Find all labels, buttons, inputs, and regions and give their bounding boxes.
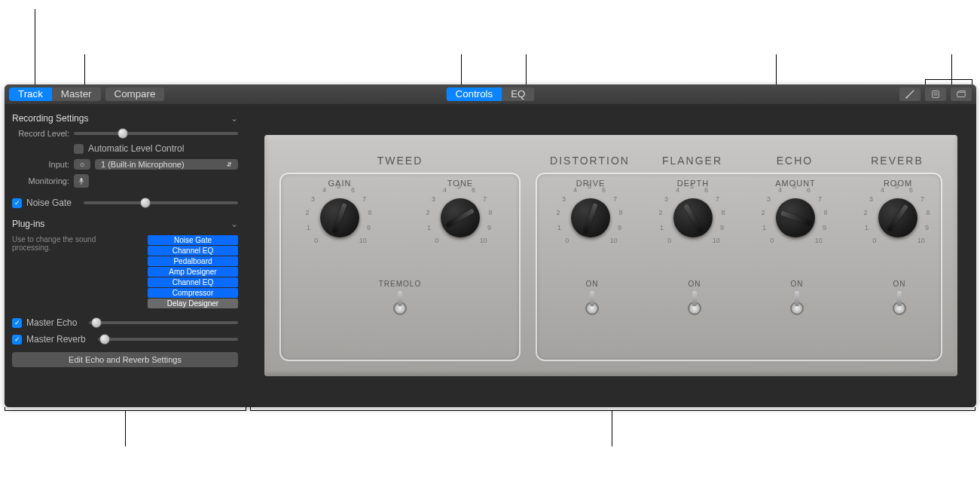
select-arrows-icon: ⇵ <box>227 161 232 168</box>
fx-on-switch[interactable] <box>890 293 908 320</box>
auto-level-checkbox[interactable] <box>74 144 84 154</box>
plugin-item[interactable]: Pedalboard <box>148 256 238 266</box>
callout-line <box>84 54 85 84</box>
master-reverb-checkbox[interactable]: ✓ <box>12 335 22 345</box>
master-echo-label: Master Echo <box>26 317 77 328</box>
knob-tick: 7 <box>362 195 366 203</box>
knob-tick: 10 <box>610 237 618 244</box>
gain-knob[interactable]: 012345678910 <box>313 191 367 245</box>
callout-line <box>250 410 975 411</box>
input-select[interactable]: 1 (Built-in Microphone) ⇵ <box>95 159 238 170</box>
knob-tick: 5 <box>337 182 340 190</box>
knob-tick: 3 <box>311 195 315 203</box>
plugins-header-label: Plug-ins <box>12 219 44 229</box>
fx-on-block: ON <box>672 280 717 320</box>
master-button[interactable]: Master <box>52 87 101 101</box>
knob-tick: 4 <box>573 186 577 194</box>
on-label: ON <box>672 280 717 288</box>
callout-line <box>612 410 612 446</box>
knob-tick: 1 <box>762 224 766 231</box>
plugin-item[interactable]: Channel EQ <box>148 246 238 256</box>
plugin-item[interactable]: Compressor <box>148 288 238 298</box>
fx-on-block: ON <box>877 280 922 320</box>
plugins-header[interactable]: Plug-ins ⌄ <box>12 216 238 232</box>
knob-tick: 7 <box>483 195 487 203</box>
knob-tick: 4 <box>881 186 884 194</box>
knob-tick: 9 <box>367 224 371 231</box>
drive-knob[interactable]: 012345678910 <box>563 191 618 245</box>
master-reverb-slider[interactable] <box>98 338 238 341</box>
callout-line <box>975 407 975 411</box>
fx-on-switch[interactable] <box>583 293 601 320</box>
knob-tick: 8 <box>823 209 827 216</box>
group-title-distortion: DISTORTION <box>545 155 635 167</box>
knob-tick: 9 <box>487 224 491 231</box>
knob-tick: 6 <box>704 186 708 194</box>
callout-line <box>461 54 462 84</box>
knob-tick: 3 <box>664 195 668 203</box>
room-knob[interactable]: 012345678910 <box>871 191 925 245</box>
fx-on-switch[interactable] <box>788 293 806 320</box>
svg-point-0 <box>906 97 908 98</box>
chevron-down-icon: ⌄ <box>230 113 238 124</box>
recording-settings-header[interactable]: Recording Settings ⌄ <box>12 110 238 127</box>
record-level-slider[interactable] <box>74 132 238 135</box>
callout-line <box>250 407 251 411</box>
tuner-icon[interactable] <box>899 87 920 101</box>
input-channel-indicator[interactable]: ○ <box>74 159 90 170</box>
knob-tick: 0 <box>770 237 774 244</box>
amount-knob[interactable]: 012345678910 <box>768 191 823 245</box>
knob-tick: 5 <box>895 182 899 190</box>
knob-tick: 4 <box>778 186 782 194</box>
knob-tick: 10 <box>359 237 367 244</box>
knob-tick: 2 <box>426 209 430 216</box>
knob-tick: 2 <box>864 209 868 216</box>
callout-line <box>246 407 246 411</box>
fx-on-switch[interactable] <box>685 293 704 320</box>
eq-button[interactable]: EQ <box>502 87 534 101</box>
knob-tick: 2 <box>762 209 765 216</box>
knob-tick: 10 <box>713 237 720 244</box>
knob-tick: 1 <box>427 224 431 231</box>
master-reverb-label: Master Reverb <box>26 334 86 345</box>
plugin-item[interactable]: Channel EQ <box>148 277 238 287</box>
pedalboard-icon[interactable] <box>951 87 972 101</box>
knob-tick: 2 <box>659 209 663 216</box>
edit-echo-reverb-button[interactable]: Edit Echo and Reverb Settings <box>12 352 238 367</box>
knob-tick: 6 <box>909 186 913 194</box>
knob-tick: 9 <box>720 224 724 231</box>
smart-controls-area: TWEED DISTORTION FLANGER ECHO REVERB GAI… <box>246 104 976 407</box>
fx-on-block: ON <box>569 280 615 320</box>
tremolo-switch[interactable] <box>391 293 409 320</box>
controls-button[interactable]: Controls <box>447 87 502 101</box>
plugin-item[interactable]: Amp Designer <box>148 267 238 277</box>
compare-button[interactable]: Compare <box>105 87 165 101</box>
knob-tick: 9 <box>823 224 826 231</box>
smart-controls-window: Track Master Compare Controls EQ Recordi… <box>5 84 976 407</box>
knob-tick: 8 <box>926 209 930 216</box>
plugins-hint: Use to change the sound processing. <box>12 235 125 252</box>
knob-tick: 4 <box>322 186 326 194</box>
amp-icon[interactable] <box>925 87 946 101</box>
track-button[interactable]: Track <box>9 87 52 101</box>
knob-tick: 8 <box>488 209 492 216</box>
master-echo-checkbox[interactable]: ✓ <box>12 318 22 328</box>
knob-tick: 0 <box>667 237 671 244</box>
noise-gate-checkbox[interactable]: ✓ <box>12 198 22 208</box>
knob-tick: 5 <box>690 182 694 190</box>
knob-tick: 0 <box>565 237 569 244</box>
master-echo-slider[interactable] <box>89 321 238 324</box>
knob-tick: 8 <box>721 209 725 216</box>
tone-knob[interactable]: 012345678910 <box>433 191 487 245</box>
plugin-item[interactable]: Delay Designer <box>148 299 238 308</box>
callout-line <box>526 54 527 84</box>
on-label: ON <box>774 280 820 288</box>
depth-knob[interactable]: 012345678910 <box>666 191 720 245</box>
callout-line <box>125 410 126 446</box>
knob-tick: 7 <box>920 195 924 203</box>
noise-gate-slider[interactable] <box>84 201 238 204</box>
knob-tick: 2 <box>306 209 310 216</box>
monitoring-toggle[interactable] <box>74 174 89 188</box>
gain-block: GAIN012345678910 <box>298 179 381 245</box>
plugin-item[interactable]: Noise Gate <box>148 235 238 245</box>
